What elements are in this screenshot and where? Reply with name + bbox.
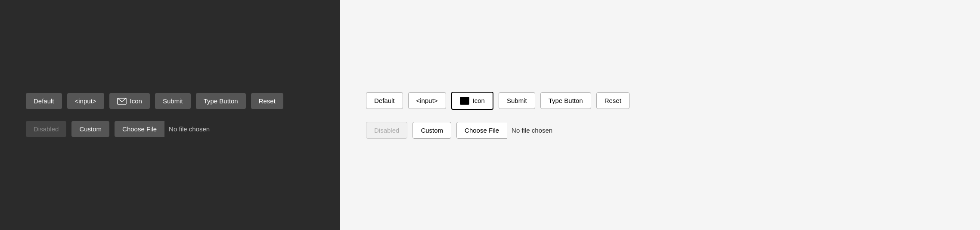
square-icon	[460, 97, 469, 105]
light-type-button[interactable]: Type Button	[540, 92, 591, 109]
light-choose-file-button[interactable]: Choose File	[456, 122, 507, 139]
light-disabled-button: Disabled	[366, 122, 407, 139]
dark-icon-label: Icon	[130, 97, 142, 105]
light-input-button[interactable]: <input>	[408, 92, 446, 109]
dark-row-1: Default <input> Icon Submit Type Button …	[26, 93, 314, 109]
dark-choose-file-button[interactable]: Choose File	[115, 121, 164, 137]
light-reset-button[interactable]: Reset	[596, 92, 630, 109]
light-file-input: Choose File No file chosen	[456, 122, 552, 139]
light-panel: Default <input> Icon Submit Type Button …	[340, 0, 980, 230]
light-submit-button[interactable]: Submit	[499, 92, 535, 109]
dark-icon-button[interactable]: Icon	[109, 93, 150, 109]
dark-row-2: Disabled Custom Choose File No file chos…	[26, 121, 314, 137]
light-default-button[interactable]: Default	[366, 92, 403, 109]
dark-type-button[interactable]: Type Button	[196, 93, 246, 109]
envelope-icon	[117, 98, 127, 105]
dark-file-input: Choose File No file chosen	[115, 121, 210, 137]
light-row-1: Default <input> Icon Submit Type Button …	[366, 92, 954, 110]
light-custom-button[interactable]: Custom	[412, 122, 451, 139]
dark-default-button[interactable]: Default	[26, 93, 62, 109]
dark-input-button[interactable]: <input>	[67, 93, 104, 109]
dark-panel: Default <input> Icon Submit Type Button …	[0, 0, 340, 230]
light-row-2: Disabled Custom Choose File No file chos…	[366, 122, 954, 139]
dark-submit-button[interactable]: Submit	[155, 93, 191, 109]
light-no-file-text: No file chosen	[512, 127, 552, 134]
dark-custom-button[interactable]: Custom	[71, 121, 109, 137]
dark-no-file-text: No file chosen	[169, 125, 210, 133]
light-icon-label: Icon	[473, 97, 485, 104]
light-icon-button[interactable]: Icon	[451, 92, 493, 110]
dark-reset-button[interactable]: Reset	[251, 93, 283, 109]
dark-disabled-button: Disabled	[26, 121, 66, 137]
